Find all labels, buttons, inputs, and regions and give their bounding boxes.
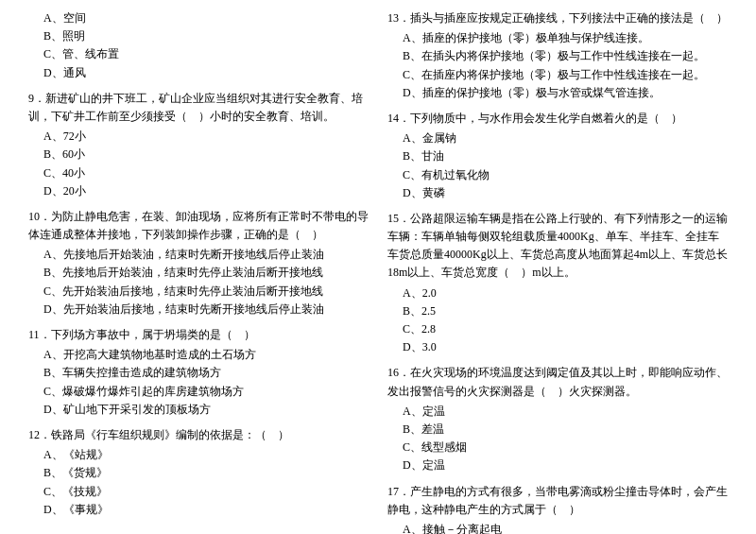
question-12-text: 12．铁路局《行车组织规则》编制的依据是：（ ）	[28, 426, 369, 444]
option-15-c: C、2.8	[387, 320, 728, 338]
question-17: 17．产生静电的方式有很多，当带电雾滴或粉尘撞击导体时，会产生静电，这种静电产生…	[387, 483, 728, 535]
question-13-text: 13．插头与插座应按规定正确接线，下列接法中正确的接法是（ ）	[387, 9, 728, 27]
option-15-a: A、2.0	[387, 284, 728, 302]
question-14-text: 14．下列物质中，与水作用会发生化学自燃着火的是（ ）	[387, 110, 728, 128]
question-11-text: 11．下列场方事故中，属于坍塌类的是（ ）	[28, 326, 369, 344]
option-11-d: D、矿山地下开采引发的顶板场方	[28, 401, 369, 419]
question-16: 16．在火灾现场的环境温度达到阈定值及其以上时，即能响应动作、发出报警信号的火灾…	[387, 364, 728, 474]
option-pre1-d: D、通风	[28, 64, 369, 82]
option-9-b: B、60小	[28, 146, 369, 164]
option-14-a: A、金属钠	[387, 129, 728, 147]
option-9-c: C、40小	[28, 164, 369, 182]
page-content: A、空间 B、照明 C、管、线布置 D、通风 9．新进矿山的井下班工，矿山企业应…	[28, 9, 728, 534]
option-13-d: D、插座的保护接地（零）极与水管或煤气管连接。	[387, 84, 728, 102]
question-10: 10．为防止静电危害，在装、卸油现场，应将所有正常时不带电的导体连通成整体并接地…	[28, 208, 369, 319]
option-10-c: C、先开始装油后接地，结束时先停止装油后断开接地线	[28, 283, 369, 301]
option-pre1-a: A、空间	[28, 9, 369, 27]
option-16-d: D、定温	[387, 456, 728, 474]
option-13-b: B、在插头内将保护接地（零）极与工作中性线连接在一起。	[387, 47, 728, 65]
option-10-b: B、先接地后开始装油，结束时先停止装油后断开接地线	[28, 264, 369, 282]
option-10-a: A、先接地后开始装油，结束时先断开接地线后停止装油	[28, 246, 369, 264]
question-15: 15．公路超限运输车辆是指在公路上行驶的、有下列情形之一的运输车辆：车辆单轴每侧…	[387, 210, 728, 357]
option-12-b: B、《货规》	[28, 464, 369, 482]
option-13-a: A、插座的保护接地（零）极单独与保护线连接。	[387, 29, 728, 47]
option-13-c: C、在插座内将保护接地（零）极与工作中性线连接在一起。	[387, 66, 728, 84]
option-14-d: D、黄磷	[387, 184, 728, 202]
option-12-c: C、《技规》	[28, 483, 369, 501]
option-11-c: C、爆破爆竹爆炸引起的库房建筑物场方	[28, 383, 369, 401]
question-9-text: 9．新进矿山的井下班工，矿山企业应当组织对其进行安全教育、培训，下矿井工作前至少…	[28, 90, 369, 126]
question-17-text: 17．产生静电的方式有很多，当带电雾滴或粉尘撞击导体时，会产生静电，这种静电产生…	[387, 483, 728, 519]
option-pre1-c: C、管、线布置	[28, 45, 369, 63]
question-15-text: 15．公路超限运输车辆是指在公路上行驶的、有下列情形之一的运输车辆：车辆单轴每侧…	[387, 210, 728, 283]
option-12-d: D、《事规》	[28, 501, 369, 519]
option-15-d: D、3.0	[387, 338, 728, 356]
question-14: 14．下列物质中，与水作用会发生化学自燃着火的是（ ） A、金属钠 B、甘油 C…	[387, 110, 728, 202]
option-15-b: B、2.5	[387, 302, 728, 320]
question-11: 11．下列场方事故中，属于坍塌类的是（ ） A、开挖高大建筑物地基时造成的土石场…	[28, 326, 369, 419]
option-10-d: D、先开始装油后接地，结束时先断开接地线后停止装油	[28, 301, 369, 319]
question-12: 12．铁路局《行车组织规则》编制的依据是：（ ） A、《站规》 B、《货规》 C…	[28, 426, 369, 519]
option-11-a: A、开挖高大建筑物地基时造成的土石场方	[28, 346, 369, 364]
option-16-a: A、定温	[387, 403, 728, 421]
option-12-a: A、《站规》	[28, 446, 369, 464]
question-9: 9．新进矿山的井下班工，矿山企业应当组织对其进行安全教育、培训，下矿井工作前至少…	[28, 90, 369, 200]
option-14-b: B、甘油	[387, 147, 728, 165]
option-17-a: A、接触－分离起电	[387, 521, 728, 534]
question-13: 13．插头与插座应按规定正确接线，下列接法中正确的接法是（ ） A、插座的保护接…	[387, 9, 728, 102]
option-9-d: D、20小	[28, 182, 369, 200]
option-14-c: C、有机过氧化物	[387, 166, 728, 184]
question-10-text: 10．为防止静电危害，在装、卸油现场，应将所有正常时不带电的导体连通成整体并接地…	[28, 208, 369, 244]
option-16-b: B、差温	[387, 421, 728, 439]
option-11-b: B、车辆失控撞击造成的建筑物场方	[28, 364, 369, 382]
question-16-text: 16．在火灾现场的环境温度达到阈定值及其以上时，即能响应动作、发出报警信号的火灾…	[387, 364, 728, 400]
question-pre1: A、空间 B、照明 C、管、线布置 D、通风	[28, 9, 369, 82]
option-16-c: C、线型感烟	[387, 439, 728, 456]
option-pre1-b: B、照明	[28, 27, 369, 45]
option-9-a: A、72小	[28, 128, 369, 146]
